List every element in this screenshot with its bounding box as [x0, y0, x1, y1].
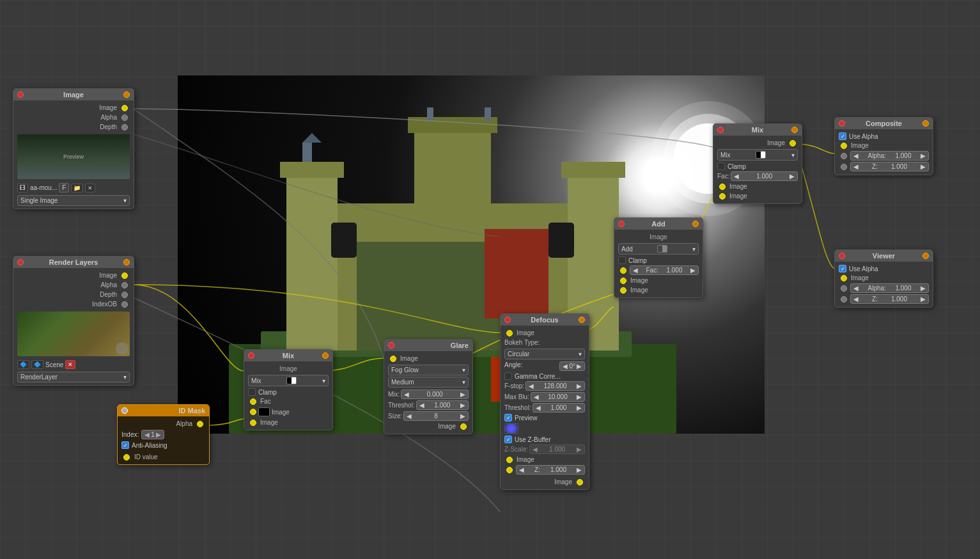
input-socket-add-img1[interactable] [620, 278, 626, 284]
node-mix-main-header[interactable]: Mix [713, 124, 802, 136]
node-collapse-dot7[interactable] [618, 221, 625, 227]
node-composite-header[interactable]: Composite [835, 118, 933, 129]
rl-layer-dropdown[interactable]: RenderLayer ▾ [17, 372, 130, 382]
output-socket-glare[interactable] [460, 423, 467, 430]
viewer-z-field[interactable]: ◀Z: 1.000▶ [850, 294, 929, 304]
input-socket-add-fac[interactable] [620, 267, 626, 274]
viewer-alpha-check[interactable]: ✓ [839, 265, 846, 272]
input-socket-img2[interactable] [250, 420, 256, 426]
input-socket-composite-z[interactable] [841, 164, 847, 170]
input-socket-add-img2[interactable] [620, 287, 626, 294]
node-collapse-dot8[interactable] [717, 127, 724, 133]
mix-main-fac-field[interactable]: ◀1.000▶ [731, 171, 798, 181]
viewer-use-alpha[interactable]: ✓ Use Alpha [839, 264, 929, 273]
input-socket-composite-alpha[interactable] [841, 153, 847, 159]
composite-z-field[interactable]: ◀Z: 1.000▶ [850, 162, 929, 171]
composite-alpha-field[interactable]: ◀Alpha: 1.000▶ [850, 151, 929, 161]
zbuffer-check-box[interactable]: ✓ [504, 436, 512, 443]
node-collapse-dot4[interactable] [248, 352, 254, 359]
zbuffer-check[interactable]: ✓ Use Z-Buffer [504, 435, 585, 444]
node-glare-header[interactable]: Glare [384, 340, 472, 351]
output-socket-image[interactable] [121, 105, 128, 111]
glare-quality-dropdown[interactable]: Medium ▾ [388, 377, 469, 388]
defocus-fstop-field[interactable]: ◀128.000▶ [525, 381, 585, 391]
mix-small-clamp[interactable]: Clamp [248, 388, 329, 397]
node-collapse-dot10[interactable] [839, 253, 845, 259]
input-socket-z[interactable] [506, 467, 513, 473]
node-defocus-header[interactable]: Defocus [501, 314, 589, 326]
node-render-layers[interactable]: Render Layers Image Alpha Depth IndexOB … [13, 256, 134, 386]
add-clamp[interactable]: Clamp [618, 256, 699, 265]
node-collapse-dot[interactable] [17, 91, 24, 98]
defocus-z-field[interactable]: ◀Z: 1.000▶ [516, 465, 585, 475]
mix-main-clamp-check[interactable] [717, 162, 725, 170]
node-collapse-dot9[interactable] [839, 120, 845, 127]
node-mix-small-header[interactable]: Mix [244, 350, 332, 361]
node-add-header[interactable]: Add [614, 218, 703, 230]
glare-mix-field[interactable]: ◀0.000▶ [401, 390, 469, 399]
output-socket-defocus[interactable] [577, 479, 583, 485]
node-viewer-header[interactable]: Viewer [835, 250, 933, 262]
image-file-row[interactable]: 🎞 aa-mou... F 📁 ✕ [17, 182, 130, 194]
glare-type-dropdown[interactable]: Fog Glow ▾ [388, 365, 469, 375]
input-socket-viewer-alpha[interactable] [841, 285, 847, 292]
input-socket-composite-image[interactable] [841, 143, 847, 149]
node-mix-main[interactable]: Mix Image Mix ▾ Clamp Fac: ◀1.000▶ Ima [713, 123, 802, 204]
input-socket-img1[interactable] [250, 409, 256, 415]
mix-small-clamp-check[interactable] [248, 388, 256, 396]
output-socket-depth[interactable] [121, 124, 128, 130]
node-renderlayers-header[interactable]: Render Layers [13, 256, 134, 268]
node-collapse-dot2[interactable] [17, 259, 24, 265]
image-mode-dropdown[interactable]: Single Image ▾ [17, 195, 130, 206]
output-socket-mix-main[interactable] [789, 140, 796, 146]
defocus-preview-check[interactable]: ✓ Preview [504, 413, 585, 422]
node-image[interactable]: Image Image Alpha Depth Preview 🎞 aa-mou… [13, 88, 134, 209]
input-socket-fac[interactable] [250, 398, 256, 405]
input-socket-defocus-z[interactable] [506, 457, 513, 463]
node-defocus[interactable]: Defocus Image Bokeh Type: Circular ▾ Ang… [500, 313, 589, 490]
input-socket-glare[interactable] [390, 356, 396, 362]
viewer-alpha-field[interactable]: ◀Alpha: 1.000▶ [850, 283, 929, 293]
input-socket-viewer-image[interactable] [841, 275, 847, 281]
output-socket-rl-image[interactable] [121, 272, 128, 279]
composite-alpha-check[interactable]: ✓ [839, 132, 846, 140]
composite-use-alpha[interactable]: ✓ Use Alpha [839, 132, 929, 141]
color-swatch-1[interactable] [258, 407, 270, 416]
add-type-dropdown[interactable]: Add ▾ [618, 243, 699, 255]
mix-main-type-dropdown[interactable]: Mix ▾ [717, 149, 798, 161]
defocus-angle-field[interactable]: ◀0°▶ [559, 361, 585, 371]
rl-scene-row[interactable]: 🔷 🔷 Scene ✕ [17, 359, 130, 370]
node-mix-small[interactable]: Mix Image Mix ▾ Clamp Fac Image Image [244, 349, 333, 430]
input-socket-viewer-z[interactable] [841, 296, 847, 303]
output-socket-rl-depth[interactable] [121, 292, 128, 298]
mix-small-type-dropdown[interactable]: Mix ▾ [248, 375, 329, 386]
add-fac-field[interactable]: ◀Fac: 1.000▶ [630, 265, 699, 275]
node-viewer[interactable]: Viewer ✓ Use Alpha Image ◀Alpha: 1.000▶ … [834, 249, 933, 308]
node-add[interactable]: Add Image Add ▾ Clamp ◀Fac: 1.000▶ Image [614, 217, 703, 298]
node-image-header[interactable]: Image [13, 89, 134, 100]
output-socket-idmask-alpha[interactable] [197, 421, 203, 427]
gamma-correction-check[interactable]: Gamma Corre... [504, 372, 585, 381]
gamma-check[interactable] [504, 372, 512, 380]
node-idmask-header[interactable]: ID Mask [118, 405, 209, 416]
add-clamp-check[interactable] [618, 256, 626, 264]
input-socket-mix-main-img1[interactable] [719, 184, 726, 190]
node-collapse-dot3[interactable] [121, 407, 128, 414]
defocus-maxblur-field[interactable]: ◀10.000▶ [531, 392, 585, 402]
input-socket-defocus[interactable] [506, 330, 513, 336]
node-composite[interactable]: Composite ✓ Use Alpha Image ◀Alpha: 1.00… [834, 117, 933, 175]
output-socket-rl-alpha[interactable] [121, 282, 128, 288]
node-collapse-dot6[interactable] [504, 317, 511, 323]
node-id-mask[interactable]: ID Mask Alpha Index: ◀ 1 ▶ ✓ Anti-Aliasi… [117, 404, 210, 465]
output-socket-rl-indexob[interactable] [121, 301, 128, 308]
output-socket-alpha[interactable] [121, 114, 128, 121]
glare-size-field[interactable]: ◀8▶ [403, 411, 469, 421]
index-field[interactable]: ◀ 1 ▶ [141, 430, 164, 439]
anti-aliasing-checkbox[interactable]: ✓ Anti-Aliasing [121, 441, 205, 450]
node-collapse-dot5[interactable] [388, 342, 394, 349]
anti-aliasing-check[interactable]: ✓ [121, 441, 129, 449]
preview-check[interactable]: ✓ [504, 414, 512, 421]
defocus-color-widget[interactable] [504, 423, 518, 434]
glare-thresh-field[interactable]: ◀1.000▶ [416, 400, 469, 410]
defocus-thresh-field[interactable]: ◀1.000▶ [533, 403, 585, 413]
